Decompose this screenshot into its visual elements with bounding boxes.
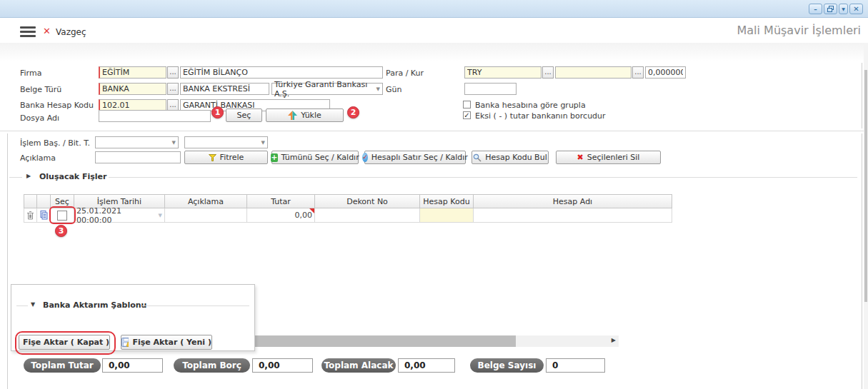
vertical-scrollbar[interactable] xyxy=(864,43,868,389)
row-aciklama-cell[interactable] xyxy=(165,208,247,223)
window-menu-button[interactable]: ▼ xyxy=(839,4,848,14)
eksi-checkbox[interactable]: ✓ xyxy=(463,111,471,119)
form-separator xyxy=(0,131,868,131)
edited-corner-marker xyxy=(309,208,314,213)
trash-icon xyxy=(26,211,34,220)
hesap-kodu-bul-button[interactable]: Hesap Kodu Bul xyxy=(472,151,549,164)
belge-turu-name-field[interactable] xyxy=(180,83,269,95)
tumunu-sec-button-label: Tümünü Seç / Kaldır xyxy=(281,153,359,162)
para-kur-label: Para / Kur xyxy=(386,68,424,79)
cancel-button[interactable]: Vazgeç xyxy=(56,27,86,37)
para-kur-second-lookup-button[interactable]: ... xyxy=(632,66,644,79)
belge-turu-lookup-button[interactable]: ... xyxy=(167,83,179,95)
header-dekont-no[interactable]: Dekont No xyxy=(315,194,420,208)
gun-label: Gün xyxy=(386,84,401,96)
gun-field[interactable] xyxy=(464,83,517,95)
dosya-adi-label: Dosya Adı xyxy=(20,113,59,124)
toplam-tutar-value: 0,00 xyxy=(102,358,163,373)
row-tutar-cell[interactable]: 0,00 xyxy=(247,208,315,223)
para-kur-lookup-button[interactable]: ... xyxy=(542,66,554,79)
banka-aktarim-section-title: Banka Aktarım Şablonu xyxy=(43,300,146,310)
belge-sayisi-pill: Belge Sayısı xyxy=(470,358,544,373)
para-kur-currency-field[interactable] xyxy=(464,66,542,79)
secilenleri-sil-button[interactable]: ✖ Seçilenleri Sil xyxy=(556,151,661,164)
menu-icon[interactable] xyxy=(20,26,36,39)
date-dropdown-icon[interactable]: ▼ xyxy=(159,213,162,218)
banka-aktarim-sablonu-panel: ▼ Banka Aktarım Şablonu Fişe Aktar ( Kap… xyxy=(11,284,255,351)
plus-icon: + xyxy=(271,153,277,162)
step-3-badge: 3 xyxy=(55,225,67,237)
bank-select[interactable]: Türkiye Garanti Bankası A.Ş. ▼ xyxy=(271,83,383,95)
row-hesap-adi-cell[interactable] xyxy=(474,208,672,223)
application-window: – ▼ ✕ ✕ Vazgeç Mali Müşavir İşlemleri Fi… xyxy=(0,0,868,389)
minimize-button[interactable]: – xyxy=(809,4,822,14)
dosya-adi-field[interactable] xyxy=(99,110,211,122)
chevron-down-icon: ▼ xyxy=(842,6,845,11)
yukle-button-label: Yükle xyxy=(301,111,321,120)
form-box-right-border xyxy=(862,63,862,128)
firma-label: Firma xyxy=(20,68,41,79)
kur-rate-field[interactable] xyxy=(645,66,686,79)
header-aciklama[interactable]: Açıklama xyxy=(165,194,247,208)
para-kur-second-field[interactable] xyxy=(555,66,632,79)
header-hesap-kodu[interactable]: Hesap Kodu xyxy=(420,194,474,208)
firma-lookup-button[interactable]: ... xyxy=(167,66,179,79)
section-dash xyxy=(9,177,22,178)
close-button[interactable]: ✕ xyxy=(849,4,863,14)
minimize-icon: – xyxy=(814,6,817,13)
row-islem-tarihi-cell[interactable]: 25.01.2021 00:00:00 ▼ xyxy=(74,208,165,223)
belge-turu-code-field[interactable] xyxy=(99,83,166,95)
aciklama-field[interactable] xyxy=(95,151,181,163)
close-icon: ✕ xyxy=(853,5,859,13)
search-icon xyxy=(473,153,482,162)
header-hesap-adi[interactable]: Hesap Adı xyxy=(474,194,672,208)
section-dash xyxy=(16,305,28,306)
belge-sayisi-value: 0 xyxy=(546,358,605,373)
vertical-scrollbar-thumb[interactable] xyxy=(864,70,867,302)
banka-hesap-kodu-label: Banka Hesap Kodu xyxy=(20,100,94,111)
grid-box-left-border xyxy=(7,133,8,389)
table-row: 25.01.2021 00:00:00 ▼ 0,00 xyxy=(24,208,672,223)
sec-button[interactable]: Seç xyxy=(226,108,262,122)
chevron-down-icon: ▼ xyxy=(376,86,380,92)
scroll-right-icon[interactable]: ▶ xyxy=(612,337,616,343)
fitrele-button[interactable]: Fitrele xyxy=(184,151,268,164)
row-delete-cell[interactable] xyxy=(24,208,37,223)
islem-range-label: İşlem Baş. / Bit. T. xyxy=(20,138,90,149)
belge-turu-label: Belge Türü xyxy=(20,84,61,96)
islem-end-select[interactable]: ▼ xyxy=(184,136,268,148)
page-title: Mali Müşavir İşlemleri xyxy=(737,24,862,37)
hesap-kodu-bul-button-label: Hesap Kodu Bul xyxy=(485,153,547,162)
fisler-table: Seç İşlem Tarihi Açıklama Tutar Dekont N… xyxy=(24,194,672,223)
toplam-tutar-pill: Toplam Tutar xyxy=(24,358,101,373)
chevron-down-icon: ▼ xyxy=(261,140,265,146)
button-highlight-annotation xyxy=(15,331,116,355)
fise-aktar-yeni-button[interactable]: Fişe Aktar ( Yeni ) xyxy=(121,335,212,350)
row-hesap-kodu-cell[interactable] xyxy=(420,208,474,223)
grupla-checkbox[interactable] xyxy=(463,101,471,108)
secilenleri-sil-button-label: Seçilenleri Sil xyxy=(587,153,640,162)
grid-box-right-border xyxy=(862,133,862,389)
restore-icon xyxy=(827,6,834,12)
firma-code-field[interactable] xyxy=(99,66,166,79)
section-rule xyxy=(109,177,857,178)
yukle-button[interactable]: Yükle xyxy=(266,108,344,122)
header-icon-col1 xyxy=(24,194,37,208)
checkbox-highlight-annotation xyxy=(49,206,76,224)
header-tutar[interactable]: Tutar xyxy=(247,194,315,208)
upload-icon xyxy=(288,111,297,120)
row-dekont-no-cell[interactable] xyxy=(315,208,420,223)
restore-button[interactable] xyxy=(824,4,837,14)
firma-name-field[interactable] xyxy=(180,66,383,79)
toplam-borc-pill: Toplam Borç xyxy=(174,358,250,373)
toplam-borc-value: 0,00 xyxy=(252,358,313,373)
hesapli-satir-button[interactable]: ✓ Hesaplı Satır Seç / Kaldır xyxy=(364,151,466,164)
islem-start-select[interactable]: ▼ xyxy=(95,136,179,148)
tumunu-sec-button[interactable]: + Tümünü Seç / Kaldır xyxy=(271,151,359,164)
fise-aktar-yeni-label: Fişe Aktar ( Yeni ) xyxy=(132,338,211,347)
toplam-alacak-value: 0,00 xyxy=(398,358,455,373)
section-expanded-icon[interactable]: ▼ xyxy=(31,301,35,308)
section-collapsed-icon[interactable]: ▶ xyxy=(26,173,31,179)
save-new-icon xyxy=(121,338,129,347)
header-separator xyxy=(0,43,868,61)
